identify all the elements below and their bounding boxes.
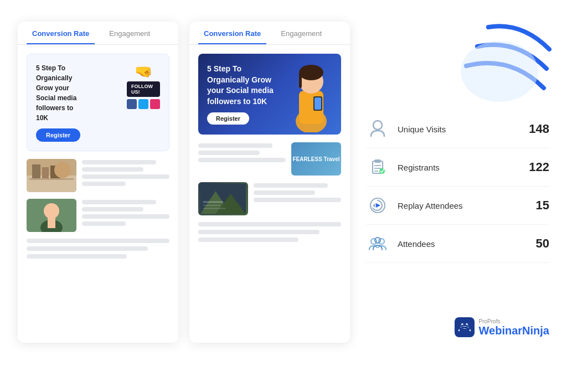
svg-rect-15 [299,71,302,88]
text-line [82,221,126,226]
group-icon [367,233,389,255]
stat-row-replay-attendees: Replay Attendees 15 [367,187,549,225]
unique-visits-label: Unique Visits [398,125,513,134]
text-line [198,158,286,162]
svg-rect-3 [42,167,49,178]
card2-thumb-backpacking [198,182,248,215]
stat-row-attendees: Attendees 50 [367,225,549,263]
card2-text-3 [254,182,341,202]
card-2: Conversion Rate Engagement 5 Step To Org… [189,22,350,343]
text-line [254,198,341,202]
card2-thumb-fearless: FEARLESS Travel [291,142,341,176]
registrants-value: 122 [522,160,549,174]
svg-rect-22 [203,205,221,206]
svg-rect-23 [203,208,226,209]
text-line [82,214,169,219]
card1-thumb-library [27,159,76,192]
text-line [82,200,156,204]
stat-row-registrants: Registrants 122 [367,148,549,187]
text-line [198,143,272,148]
card1-row-3 [27,199,169,232]
svg-rect-21 [203,202,223,203]
text-line [27,239,169,243]
stat-row-unique-visits: Unique Visits 148 [367,110,549,148]
text-line [254,190,315,195]
stats-container: Unique Visits 148 R [367,110,549,263]
text-line [82,167,143,172]
text-line [82,182,126,186]
brand-proprofs-label: ProProfs [479,318,549,324]
card1-row-2 [27,159,169,192]
svg-marker-34 [376,203,380,208]
text-line [82,174,169,179]
card1-thumb-face [27,199,76,232]
card1-hero-title: 5 Step To Organically Grow your Social m… [36,63,86,123]
clipboard-icon [367,156,389,178]
card2-bottom-lines [198,222,341,242]
text-line [27,246,148,251]
attendees-label: Attendees [398,239,513,249]
svg-point-25 [373,121,382,130]
social-icons [127,99,160,109]
card2-hero-banner: 5 Step To Organically Grow your Social m… [198,54,341,135]
text-line [198,230,319,234]
webinarninja-logo [455,317,475,337]
svg-rect-17 [315,97,321,110]
hero-person [284,60,339,135]
svg-rect-2 [32,164,40,178]
right-panel: Unique Visits 148 R [361,22,549,343]
brand-full-name: WebinarNinja [479,324,549,337]
svg-point-24 [461,41,538,102]
card2-tab-engagement[interactable]: Engagement [275,22,327,44]
card2-register-button[interactable]: Register [207,112,249,125]
svg-marker-33 [373,203,375,208]
card1-tabs: Conversion Rate Engagement [18,22,178,45]
follow-us-decoration: 🤜 FOLLOW US! [127,63,160,109]
svg-rect-40 [461,327,468,328]
brand-section: ProProfs WebinarNinja [455,317,549,337]
text-line [27,254,127,259]
replay-attendees-label: Replay Attendees [398,201,513,210]
svg-point-8 [44,203,59,219]
card1-text-3 [82,199,169,226]
text-line [82,160,156,164]
svg-rect-6 [29,178,74,180]
brand-name: ProProfs WebinarNinja [479,318,549,337]
card-1: Conversion Rate Engagement 5 Step To Org… [18,22,178,343]
card2-hero-title: 5 Step To Organically Grow your Social m… [207,64,276,107]
card2-text-2 [198,142,286,162]
svg-point-14 [299,65,323,80]
card2-tabs: Conversion Rate Engagement [189,22,350,45]
attendees-value: 50 [522,236,549,251]
text-line [254,183,328,188]
card2-tab-conversion[interactable]: Conversion Rate [198,22,266,44]
svg-point-5 [54,162,71,178]
card1-tab-conversion[interactable]: Conversion Rate [27,22,95,44]
text-line [198,238,298,242]
text-line [82,207,143,212]
svg-rect-10 [48,217,55,228]
registrants-label: Registrants [398,163,513,172]
card1-hero: 5 Step To Organically Grow your Social m… [27,54,169,151]
swoosh-decoration [444,16,555,105]
text-line [198,151,260,155]
replay-icon [367,194,389,216]
follow-bubble: FOLLOW US! [127,81,160,97]
card1-bottom-lines [27,239,169,259]
card1-text-2 [82,159,169,186]
replay-attendees-value: 15 [522,198,549,213]
card1-register-button[interactable]: Register [36,128,80,142]
person-icon [367,118,389,140]
card2-row-3 [198,182,341,215]
text-line [198,222,341,226]
card2-row-2: FEARLESS Travel [198,142,341,176]
unique-visits-value: 148 [522,122,549,136]
card1-tab-engagement[interactable]: Engagement [104,22,156,44]
